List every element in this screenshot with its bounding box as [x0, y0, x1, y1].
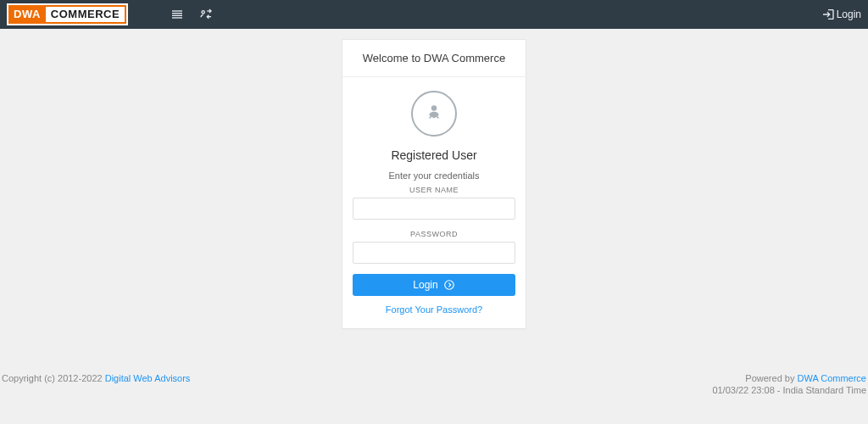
main-content: Welcome to DWA Commerce Registered User …	[0, 29, 868, 329]
swap-icon[interactable]	[199, 8, 213, 21]
logo-text-secondary: COMMERCE	[46, 5, 126, 24]
footer-timestamp: 01/03/22 23:08 - India Standard Time	[712, 385, 866, 395]
svg-point-6	[444, 281, 453, 290]
password-label: PASSWORD	[353, 230, 515, 238]
forgot-password-link[interactable]: Forgot Your Password?	[353, 304, 515, 315]
header-login-link[interactable]: Login	[821, 8, 861, 21]
footer-left: Copyright (c) 2012-2022 Digital Web Advi…	[2, 373, 190, 395]
logo-text-primary: DWA	[8, 5, 46, 24]
username-label: USER NAME	[353, 186, 515, 194]
login-button[interactable]: Login	[353, 274, 515, 296]
header-login-label: Login	[837, 8, 861, 20]
registered-user-heading: Registered User	[353, 148, 515, 162]
powered-by-link[interactable]: DWA Commerce	[798, 373, 867, 383]
username-input[interactable]	[353, 198, 515, 220]
svg-point-5	[431, 105, 437, 111]
login-button-label: Login	[413, 279, 437, 291]
brand-logo[interactable]: DWA COMMERCE	[7, 3, 128, 25]
card-title: Welcome to DWA Commerce	[342, 40, 526, 77]
footer: Copyright (c) 2012-2022 Digital Web Advi…	[0, 373, 868, 395]
copyright-link[interactable]: Digital Web Advisors	[105, 373, 191, 383]
menu-icon[interactable]	[170, 8, 184, 21]
credentials-hint: Enter your credentials	[353, 170, 515, 181]
footer-right: Powered by DWA Commerce 01/03/22 23:08 -…	[712, 373, 866, 395]
password-input[interactable]	[353, 242, 515, 264]
powered-by-text: Powered by	[745, 373, 797, 383]
svg-point-4	[202, 11, 204, 14]
chevron-circle-right-icon	[443, 279, 455, 291]
user-avatar-icon	[411, 91, 457, 137]
login-icon	[821, 8, 835, 21]
top-navbar: DWA COMMERCE Login	[0, 0, 868, 29]
copyright-text: Copyright (c) 2012-2022	[2, 373, 105, 383]
login-card: Welcome to DWA Commerce Registered User …	[342, 39, 526, 329]
